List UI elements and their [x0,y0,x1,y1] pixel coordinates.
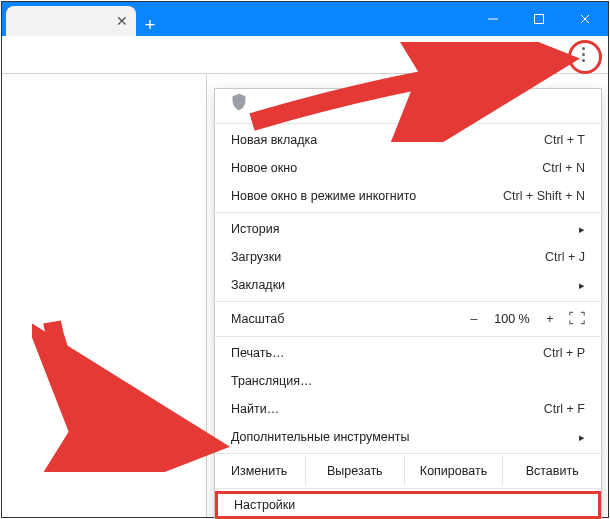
close-icon[interactable]: ✕ [116,13,128,29]
edit-label: Изменить [215,456,305,486]
maximize-icon [533,13,545,25]
edit-paste-button[interactable]: Вставить [502,456,601,486]
window-close-button[interactable] [562,2,608,36]
menu-item-edit: Изменить Вырезать Копировать Вставить [215,456,601,486]
menu-item-label: Новая вкладка [231,133,317,147]
fullscreen-icon [569,311,585,325]
menu-item-bookmarks[interactable]: Закладки ▸ [215,271,601,299]
menu-item-new-window[interactable]: Новое окно Ctrl + N [215,154,601,182]
menu-item-label: Найти… [231,402,279,416]
menu-item-shortcut: Ctrl + Shift + N [503,189,585,203]
zoom-value: 100 % [487,312,537,326]
menu-item-cast[interactable]: Трансляция… [215,367,601,395]
main-menu: Новая вкладка Ctrl + T Новое окно Ctrl +… [214,88,602,519]
plus-icon: + [145,15,156,36]
menu-item-label: Печать… [231,346,284,360]
menu-item-label: Новое окно в режиме инкогнито [231,189,416,203]
menu-item-zoom: Масштаб – 100 % + [215,304,601,334]
menu-item-label: Дополнительные инструменты [231,430,409,444]
menu-item-more-tools[interactable]: Дополнительные инструменты ▸ [215,423,601,451]
menu-item-incognito[interactable]: Новое окно в режиме инкогнито Ctrl + Shi… [215,182,601,210]
pane-divider [206,74,207,517]
close-icon [579,13,591,25]
new-tab-button[interactable]: + [136,15,164,36]
chevron-right-icon: ▸ [579,279,585,292]
chevron-right-icon: ▸ [579,431,585,444]
menu-item-shortcut: Ctrl + J [545,250,585,264]
menu-button[interactable] [568,40,598,70]
menu-item-label: Новое окно [231,161,297,175]
tab-strip: ✕ + [2,2,164,36]
svg-point-4 [538,48,552,62]
menu-item-new-tab[interactable]: Новая вкладка Ctrl + T [215,126,601,154]
browser-tab[interactable]: ✕ [6,6,136,36]
menu-item-shortcut: Ctrl + P [543,346,585,360]
profile-icon[interactable] [536,46,554,64]
edit-cut-button[interactable]: Вырезать [305,456,404,486]
window-maximize-button[interactable] [516,2,562,36]
menu-item-label: Закладки [231,278,285,292]
window-titlebar: ✕ + [2,2,608,36]
window-minimize-button[interactable] [470,2,516,36]
fullscreen-button[interactable] [569,311,585,328]
menu-item-label: История [231,222,279,236]
menu-item-history[interactable]: История ▸ [215,215,601,243]
edit-copy-button[interactable]: Копировать [404,456,503,486]
star-icon[interactable] [504,46,522,64]
menu-item-label: Трансляция… [231,374,312,388]
shield-icon [231,93,247,117]
kebab-icon [582,46,585,64]
menu-item-find[interactable]: Найти… Ctrl + F [215,395,601,423]
menu-item-print[interactable]: Печать… Ctrl + P [215,339,601,367]
menu-item-shortcut: Ctrl + T [544,133,585,147]
menu-item-label: Загрузки [231,250,281,264]
zoom-label: Масштаб [231,312,461,326]
toolbar [2,36,608,74]
svg-rect-1 [535,15,544,24]
menu-item-label: Настройки [234,498,295,512]
menu-item-downloads[interactable]: Загрузки Ctrl + J [215,243,601,271]
menu-item-shortcut: Ctrl + F [544,402,585,416]
zoom-out-button[interactable]: – [461,312,487,326]
zoom-in-button[interactable]: + [537,312,563,326]
menu-item-shortcut: Ctrl + N [542,161,585,175]
minimize-icon [487,13,499,25]
chevron-right-icon: ▸ [579,223,585,236]
menu-item-settings[interactable]: Настройки [215,491,601,519]
